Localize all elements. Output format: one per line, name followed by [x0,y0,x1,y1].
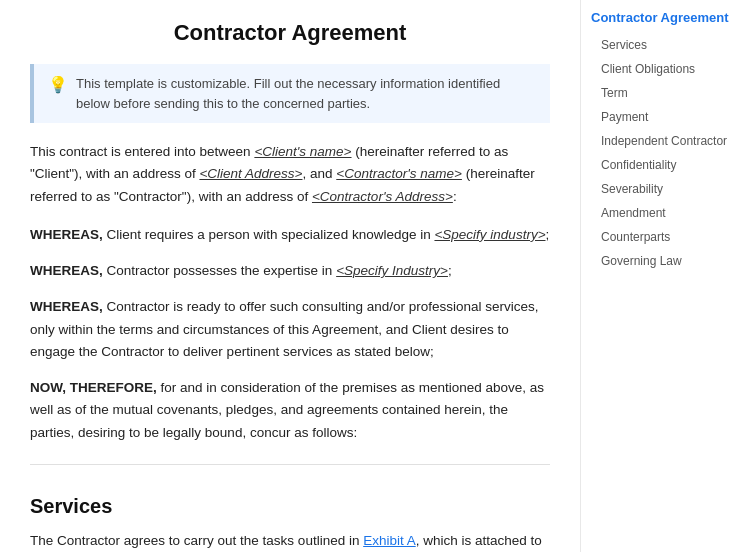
whereas2-text: Contractor possesses the expertise in [103,263,336,278]
specify-industry-2: <Specify Industry> [336,263,448,278]
whereas1-bold: WHEREAS, [30,227,103,242]
sidebar-item[interactable]: Payment [591,105,730,129]
services-paragraph: The Contractor agrees to carry out the t… [30,530,550,552]
sidebar-nav: ServicesClient ObligationsTermPaymentInd… [591,33,730,273]
whereas1-end: ; [546,227,550,242]
intro-end: : [453,189,457,204]
whereas3-text: Contractor is ready to offer such consul… [30,299,538,359]
sidebar-title[interactable]: Contractor Agreement [591,10,730,25]
whereas1-text: Client requires a person with specialize… [103,227,435,242]
exhibit-a-link[interactable]: Exhibit A [363,533,416,548]
services-text-start: The Contractor agrees to carry out the t… [30,533,363,548]
main-content: Contractor Agreement 💡 This template is … [0,0,580,552]
sidebar-item[interactable]: Severability [591,177,730,201]
divider [30,464,550,465]
sidebar: Contractor Agreement ServicesClient Obli… [580,0,740,552]
sidebar-item[interactable]: Term [591,81,730,105]
contractor-address-link: <Contractor's Address> [312,189,453,204]
whereas2-bold: WHEREAS, [30,263,103,278]
intro-paragraph: This contract is entered into between <C… [30,141,550,208]
whereas3-bold: WHEREAS, [30,299,103,314]
now-bold: NOW, THEREFORE, [30,380,157,395]
info-box: 💡 This template is customizable. Fill ou… [30,64,550,123]
sidebar-item[interactable]: Services [591,33,730,57]
sidebar-item[interactable]: Independent Contractor [591,129,730,153]
intro-text-start: This contract is entered into between [30,144,254,159]
info-box-text: This template is customizable. Fill out … [76,74,536,113]
sidebar-item[interactable]: Confidentiality [591,153,730,177]
now-therefore: NOW, THEREFORE, for and in consideration… [30,377,550,444]
sidebar-item[interactable]: Client Obligations [591,57,730,81]
specify-industry-1: <Specify industry> [434,227,545,242]
lightbulb-icon: 💡 [48,75,68,94]
whereas-1: WHEREAS, Client requires a person with s… [30,224,550,246]
whereas-2: WHEREAS, Contractor possesses the expert… [30,260,550,282]
contractor-name-link: <Contractor's name> [336,166,462,181]
services-heading: Services [30,495,550,518]
sidebar-item[interactable]: Governing Law [591,249,730,273]
sidebar-item[interactable]: Amendment [591,201,730,225]
sidebar-item[interactable]: Counterparts [591,225,730,249]
whereas2-end: ; [448,263,452,278]
client-name-link: <Client's name> [254,144,351,159]
and-contractor: , and [302,166,336,181]
page-title: Contractor Agreement [30,20,550,46]
client-address-link: <Client Address> [199,166,302,181]
whereas-3: WHEREAS, Contractor is ready to offer su… [30,296,550,363]
